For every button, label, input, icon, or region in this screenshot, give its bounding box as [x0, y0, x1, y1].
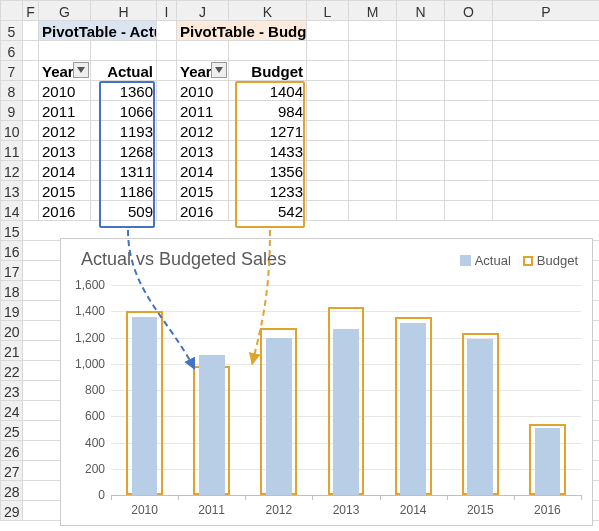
cell-year[interactable]: 2010: [177, 81, 229, 101]
cell[interactable]: [493, 121, 600, 141]
cell[interactable]: [307, 21, 349, 41]
pivot-title-actual[interactable]: PivotTable - Actual: [39, 21, 157, 41]
row-header[interactable]: 11: [1, 141, 23, 161]
row-header[interactable]: 18: [1, 281, 23, 301]
cell[interactable]: [177, 41, 229, 61]
row-header[interactable]: 12: [1, 161, 23, 181]
row-header[interactable]: 13: [1, 181, 23, 201]
cell[interactable]: [349, 121, 397, 141]
cell-year[interactable]: 2013: [39, 141, 91, 161]
cell-budget[interactable]: 1404: [229, 81, 307, 101]
cell-year[interactable]: 2011: [39, 101, 91, 121]
cell[interactable]: [307, 121, 349, 141]
cell-year[interactable]: 2015: [177, 181, 229, 201]
cell[interactable]: [23, 161, 39, 181]
cell[interactable]: [493, 181, 600, 201]
cell[interactable]: [23, 181, 39, 201]
pivot-title-budget[interactable]: PivotTable - Budget: [177, 21, 307, 41]
cell[interactable]: [157, 141, 177, 161]
cell[interactable]: [349, 101, 397, 121]
col-header[interactable]: J: [177, 1, 229, 21]
cell-budget[interactable]: 1356: [229, 161, 307, 181]
cell[interactable]: [157, 61, 177, 81]
cell-actual[interactable]: 1193: [91, 121, 157, 141]
cell-budget[interactable]: 984: [229, 101, 307, 121]
row-header[interactable]: 20: [1, 321, 23, 341]
cell[interactable]: [307, 101, 349, 121]
cell[interactable]: [157, 161, 177, 181]
cell[interactable]: [307, 61, 349, 81]
cell-year[interactable]: 2013: [177, 141, 229, 161]
cell[interactable]: [493, 21, 600, 41]
cell-year[interactable]: 2015: [39, 181, 91, 201]
cell[interactable]: [23, 21, 39, 41]
col-header[interactable]: I: [157, 1, 177, 21]
row-header[interactable]: 29: [1, 501, 23, 521]
cell[interactable]: [493, 81, 600, 101]
cell-actual[interactable]: 1311: [91, 161, 157, 181]
cell-actual[interactable]: 1186: [91, 181, 157, 201]
cell-actual[interactable]: 1360: [91, 81, 157, 101]
filter-button[interactable]: [73, 62, 89, 78]
filter-button[interactable]: [211, 62, 227, 78]
cell[interactable]: [493, 141, 600, 161]
row-header[interactable]: 19: [1, 301, 23, 321]
cell[interactable]: [493, 41, 600, 61]
cell-year[interactable]: 2012: [177, 121, 229, 141]
cell[interactable]: [445, 101, 493, 121]
col-header[interactable]: O: [445, 1, 493, 21]
row-header[interactable]: 27: [1, 461, 23, 481]
cell[interactable]: [445, 121, 493, 141]
cell[interactable]: [493, 161, 600, 181]
row-header[interactable]: 26: [1, 441, 23, 461]
row-header[interactable]: 5: [1, 21, 23, 41]
row-header[interactable]: 7: [1, 61, 23, 81]
cell[interactable]: [493, 61, 600, 81]
cell[interactable]: [157, 81, 177, 101]
cell[interactable]: [39, 41, 91, 61]
row-header[interactable]: 28: [1, 481, 23, 501]
pivot-header-year-b[interactable]: Year: [177, 61, 229, 81]
pivot-header-year-a[interactable]: Year: [39, 61, 91, 81]
cell[interactable]: [349, 61, 397, 81]
cell[interactable]: [157, 121, 177, 141]
cell[interactable]: [445, 81, 493, 101]
col-header[interactable]: N: [397, 1, 445, 21]
cell[interactable]: [397, 101, 445, 121]
row-header[interactable]: 8: [1, 81, 23, 101]
cell[interactable]: [349, 21, 397, 41]
col-header[interactable]: G: [39, 1, 91, 21]
col-header[interactable]: F: [23, 1, 39, 21]
pivot-header-budget[interactable]: Budget: [229, 61, 307, 81]
col-header[interactable]: P: [493, 1, 600, 21]
cell[interactable]: [91, 41, 157, 61]
cell[interactable]: [397, 41, 445, 61]
cell[interactable]: [445, 141, 493, 161]
cell-budget[interactable]: 1233: [229, 181, 307, 201]
cell[interactable]: [23, 201, 39, 221]
cell[interactable]: [229, 41, 307, 61]
cell[interactable]: [307, 81, 349, 101]
row-header[interactable]: 6: [1, 41, 23, 61]
row-header[interactable]: 25: [1, 421, 23, 441]
cell-year[interactable]: 2010: [39, 81, 91, 101]
cell[interactable]: [23, 81, 39, 101]
cell[interactable]: [493, 201, 600, 221]
cell[interactable]: [349, 81, 397, 101]
cell[interactable]: [445, 161, 493, 181]
row-header[interactable]: 23: [1, 381, 23, 401]
cell-actual[interactable]: 1066: [91, 101, 157, 121]
cell[interactable]: [23, 101, 39, 121]
cell[interactable]: [307, 41, 349, 61]
row-header[interactable]: 14: [1, 201, 23, 221]
col-header[interactable]: L: [307, 1, 349, 21]
cell[interactable]: [23, 121, 39, 141]
cell[interactable]: [349, 41, 397, 61]
row-header[interactable]: 9: [1, 101, 23, 121]
row-header[interactable]: 24: [1, 401, 23, 421]
cell[interactable]: [307, 141, 349, 161]
cell[interactable]: [349, 161, 397, 181]
cell-budget[interactable]: 1271: [229, 121, 307, 141]
row-header[interactable]: 15: [1, 221, 23, 241]
cell[interactable]: [23, 141, 39, 161]
